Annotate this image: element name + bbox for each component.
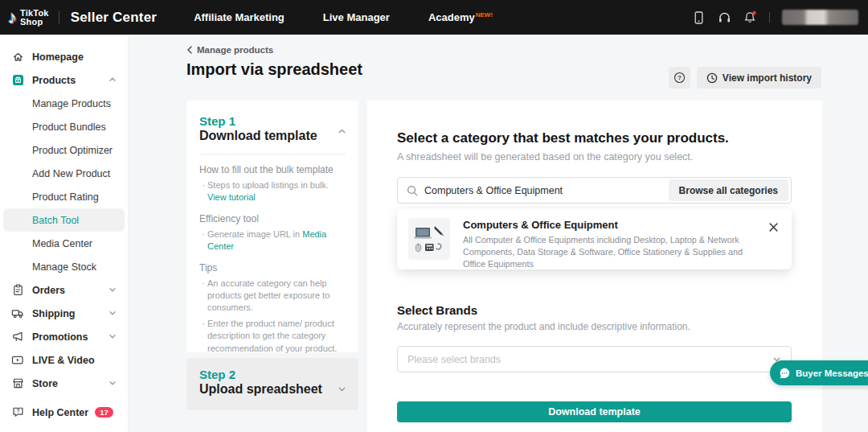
sidebar-item-homepage[interactable]: Homepage [0,45,128,68]
view-tutorial-link[interactable]: View tutorial [207,192,256,202]
sidebar-item-label: Shipping [32,308,108,319]
tip-text: Enter the product name/ product descript… [207,318,346,355]
sidebar-item-label: Promotions [32,331,108,343]
seller-center-title[interactable]: Seller Center [71,10,157,26]
sidebar-item-product-bundles[interactable]: Product Bundles [0,115,128,138]
remove-category-close-icon[interactable] [769,220,779,230]
sidebar-item-shipping[interactable]: Shipping [0,302,128,325]
category-panel: Select a category that best matches your… [367,101,822,432]
step2-title: Upload spreadsheet [199,382,346,397]
sidebar-item-product-optimizer[interactable]: Product Optimizer [0,138,128,162]
divider [199,154,346,154]
tip-item: · Enter the product name/ product descri… [199,318,346,355]
bullet-dot: · [199,179,207,204]
tiktok-seller-center-screen: ♪ TikTok Shop Seller Center Affiliate Ma… [0,0,868,432]
step1-title: Download template [199,129,346,143]
header-actions: ? View import history [669,67,821,88]
step1-panel: Step 1 Download template How to fill out… [186,101,358,352]
bullet-dot: · [199,278,207,315]
promotions-megaphone-icon [11,331,24,344]
main-content: Manage products Import via spreadsheet ?… [129,35,868,432]
sidebar-item-store[interactable]: Store [0,372,128,395]
support-headset-icon[interactable] [718,10,731,24]
tiktok-shop-logo[interactable]: ♪ TikTok Shop [8,9,49,27]
brands-heading: Select Brands [397,303,477,317]
sidebar-item-label: LIVE & Video [32,355,120,366]
sidebar-item-live-video[interactable]: LIVE & Video [0,348,128,372]
sidebar-item-label: Homepage [32,51,120,63]
notifications-bell-icon[interactable] [743,10,757,24]
step1-label: Step 1 [199,114,346,128]
home-icon [11,51,24,64]
sidebar-item-label: Help Center [32,407,88,418]
nav-affiliate-marketing[interactable]: Affiliate Marketing [194,11,285,23]
browse-all-categories-button[interactable]: Browse all categories [669,179,788,201]
clock-icon [706,72,718,84]
bullet-dot: · [199,318,207,355]
bullet-text: Generate image URL in Media Center [207,228,346,253]
view-import-history-button[interactable]: View import history [697,67,821,88]
new-badge: NEW! [476,11,493,19]
mobile-app-icon[interactable] [692,10,706,24]
buyer-messages-button[interactable]: Buyer Messages [770,360,868,385]
sidebar-item-label: Store [32,378,108,389]
breadcrumb-label: Manage products [197,45,273,55]
sidebar-item-promotions[interactable]: Promotions [0,325,128,348]
topbar-divider [59,11,59,24]
section-title: How to fill out the bulk template [199,164,346,175]
buyer-messages-label: Buyer Messages [796,368,868,378]
store-icon [11,377,24,390]
sidebar-item-help-center[interactable]: ? Help Center 17 [0,401,128,424]
chevron-up-icon [108,75,117,86]
sidebar-item-orders[interactable]: Orders [0,278,128,302]
sidebar-item-product-rating[interactable]: Product Rating [0,185,128,208]
account-name-redacted[interactable] [782,10,858,25]
sidebar-item-label: Orders [32,285,108,296]
sidebar-item-add-new-product[interactable]: Add New Product [0,162,128,185]
category-thumbnail [408,218,450,260]
back-chevron-icon [186,46,193,54]
tips-title: Tips [199,262,346,274]
svg-text:?: ? [16,408,19,413]
shipping-truck-icon [11,307,24,320]
topbar-nav: Affiliate Marketing Live Manager Academy… [194,11,493,23]
chevron-down-icon [108,285,117,296]
brands-select[interactable] [397,346,792,372]
topbar: ♪ TikTok Shop Seller Center Affiliate Ma… [0,0,868,35]
category-result-description: All Computer & Office Equipments includi… [463,234,764,270]
sidebar-item-media-center[interactable]: Media Center [0,232,128,255]
brands-select-input[interactable] [407,354,772,365]
breadcrumb[interactable]: Manage products [186,45,273,55]
category-result-title: Computers & Office Equipment [463,219,764,231]
collapse-chevron-up-icon[interactable] [338,125,346,139]
category-result-card[interactable]: Computers & Office Equipment All Compute… [397,208,792,269]
sidebar-item-manage-stock[interactable]: Manage Stock [0,255,128,278]
sidebar-item-products[interactable]: Products [0,68,128,92]
help-center-count-badge: 17 [95,407,113,418]
bullet-text-part: Steps to upload listings in bulk. [207,180,329,190]
search-icon [407,185,418,196]
sidebar-item-manage-products[interactable]: Manage Products [0,92,128,115]
chevron-down-icon [108,378,117,389]
chevron-down-icon [108,308,117,319]
download-template-button[interactable]: Download template [397,401,792,422]
category-result-body: Computers & Office Equipment All Compute… [463,218,764,260]
expand-chevron-down-icon[interactable] [338,382,346,397]
step2-panel[interactable]: Step 2 Upload spreadsheet [186,358,358,410]
office-equipment-image [413,223,445,255]
question-circle-icon: ? [674,72,686,84]
list-item: · Steps to upload listings in bulk. View… [199,179,346,204]
help-chat-icon: ? [11,406,24,419]
category-search-input[interactable] [424,185,666,196]
nav-academy[interactable]: AcademyNEW! [428,11,493,23]
nav-live-manager[interactable]: Live Manager [323,11,390,23]
logo-line2: Shop [20,17,43,27]
bullet-text-part: Generate image URL in [207,229,302,239]
sidebar-item-batch-tool[interactable]: Batch Tool [3,208,125,232]
orders-clipboard-icon [11,284,24,297]
bullet-dot: · [199,228,207,253]
help-button[interactable]: ? [669,67,690,88]
products-box-icon [11,74,24,87]
chat-bubble-icon [778,367,791,380]
account-divider [769,12,770,23]
